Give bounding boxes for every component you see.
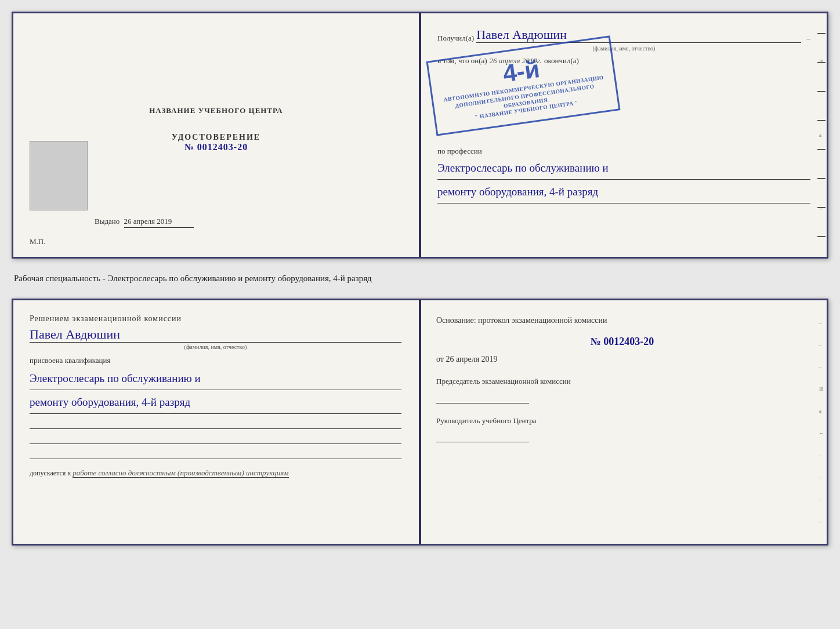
recipient-name: Павел Авдюшин [476, 27, 801, 43]
prisvoena-text: присвоена квалификация [30, 356, 401, 365]
side-mark-dash7: – [819, 518, 824, 524]
profession-section: по профессии Электрослесарь по обслужива… [437, 147, 810, 203]
ot-date-value: 26 апреля 2019 [446, 355, 497, 363]
side-marks-bottom-right: – – – И а ← – – – – [819, 300, 824, 544]
profession-line1: Электрослесарь по обслуживанию и [437, 158, 810, 180]
bottom-right-panel: Основание: протокол экзаменационной коми… [418, 300, 827, 544]
vydano-label: Выдано [95, 217, 120, 226]
dopusk-prefix: допускается к [30, 469, 71, 477]
page-wrapper: НАЗВАНИЕ УЧЕБНОГО ЦЕНТРА УДОСТОВЕРЕНИЕ №… [12, 12, 828, 546]
side-mark-lt2: ← [819, 430, 824, 436]
osnovanie-text: Основание: протокол экзаменационной коми… [436, 314, 808, 326]
udost-number: № 0012403-20 [172, 142, 260, 152]
predsedatel-text: Председатель экзаменационной комиссии [436, 376, 808, 387]
side-mark-dash6: – [819, 496, 824, 502]
qualification-line2: ремонту оборудования, 4-й разряд [30, 392, 401, 414]
side-mark-dash3: – [819, 364, 824, 370]
side-marks-right: И а ← [819, 13, 824, 257]
blank-line-1 [30, 417, 401, 429]
side-mark-a: а [819, 132, 824, 138]
bottom-name: Павел Авдюшин [30, 327, 401, 343]
side-mark-dash5: – [819, 474, 824, 480]
rukovoditel-text: Руководитель учебного Центра [436, 415, 808, 427]
side-mark-a2: а [819, 408, 824, 414]
specialty-text: Рабочая специальность - Электрослесарь п… [12, 268, 828, 289]
udost-title: УДОСТОВЕРЕНИЕ [172, 133, 260, 142]
blank-line-2 [30, 432, 401, 444]
poluchil-line: Получил(a) Павел Авдюшин – [437, 27, 810, 43]
dopusk-italic: работе согласно должностным (производств… [73, 468, 288, 478]
qualification-line1: Электрослесарь по обслуживанию и [30, 369, 401, 390]
predsedatel-sig-line [436, 392, 529, 403]
top-document: НАЗВАНИЕ УЧЕБНОГО ЦЕНТРА УДОСТОВЕРЕНИЕ №… [12, 12, 828, 259]
side-mark-dash1: – [819, 320, 824, 326]
poluchil-prefix: Получил(a) [437, 34, 474, 43]
side-mark-dash2: – [819, 342, 824, 348]
po-professii: по профессии [437, 147, 810, 156]
resheniem-title: Решением экзаменационной комиссии [30, 314, 401, 323]
fio-label-bottom: (фамилия, имя, отчество) [30, 344, 401, 350]
side-mark-i2: И [819, 386, 824, 392]
side-mark-lt: ← [819, 206, 824, 212]
vydano-line: Выдано 26 апреля 2019 [95, 217, 194, 228]
top-left-panel: НАЗВАНИЕ УЧЕБНОГО ЦЕНТРА УДОСТОВЕРЕНИЕ №… [13, 13, 419, 257]
bottom-number: № 0012403-20 [436, 336, 808, 348]
profession-line2: ремонту оборудования, 4-й разряд [437, 182, 810, 203]
top-right-panel: Получил(a) Павел Авдюшин – (фамилия, имя… [419, 13, 827, 257]
top-title: НАЗВАНИЕ УЧЕБНОГО ЦЕНТРА [149, 106, 283, 115]
ot-label: от [436, 355, 444, 363]
blank-line-3 [30, 448, 401, 459]
udostoverenie-section: УДОСТОВЕРЕНИЕ № 0012403-20 [172, 133, 260, 152]
fio-label-top: (фамилия, имя, отчество) [437, 45, 810, 52]
dopuskaetsya-text: допускается к работе согласно должностны… [30, 468, 401, 478]
bottom-left-panel: Решением экзаменационной комиссии Павел … [13, 300, 418, 544]
side-mark-dash4: – [819, 452, 824, 458]
rukovoditel-sig-line [436, 431, 529, 442]
photo-placeholder [30, 141, 88, 210]
vydano-date: 26 апреля 2019 [124, 217, 194, 228]
bottom-document: Решением экзаменационной комиссии Павел … [12, 299, 828, 546]
mp-line: М.П. [30, 237, 45, 246]
ot-date: от 26 апреля 2019 [436, 355, 808, 364]
side-mark-i: И [819, 59, 824, 64]
